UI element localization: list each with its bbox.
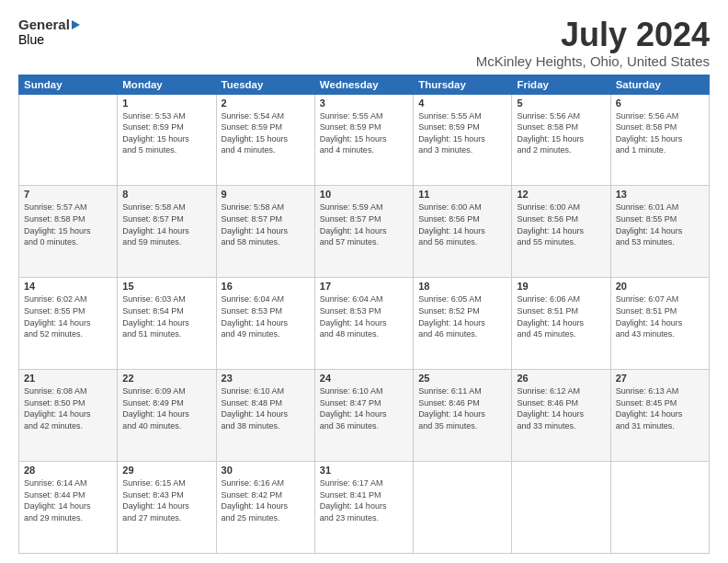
calendar-week-row: 1Sunrise: 5:53 AM Sunset: 8:59 PM Daylig…	[19, 94, 710, 186]
day-info: Sunrise: 6:15 AM Sunset: 8:43 PM Dayligh…	[122, 477, 210, 523]
calendar-cell: 23Sunrise: 6:10 AM Sunset: 8:48 PM Dayli…	[216, 370, 314, 462]
day-number: 22	[122, 373, 210, 384]
calendar-cell: 11Sunrise: 6:00 AM Sunset: 8:56 PM Dayli…	[414, 186, 512, 278]
day-number: 14	[24, 281, 112, 292]
calendar-cell: 4Sunrise: 5:55 AM Sunset: 8:59 PM Daylig…	[414, 94, 512, 186]
day-number: 10	[320, 189, 408, 200]
weekday-header-row: SundayMondayTuesdayWednesdayThursdayFrid…	[19, 75, 710, 94]
calendar-cell: 8Sunrise: 5:58 AM Sunset: 8:57 PM Daylig…	[118, 186, 216, 278]
day-info: Sunrise: 6:11 AM Sunset: 8:46 PM Dayligh…	[418, 385, 506, 431]
day-info: Sunrise: 5:56 AM Sunset: 8:58 PM Dayligh…	[616, 110, 704, 156]
day-info: Sunrise: 5:55 AM Sunset: 8:59 PM Dayligh…	[320, 110, 408, 156]
logo-line1: General	[18, 17, 80, 32]
day-info: Sunrise: 5:57 AM Sunset: 8:58 PM Dayligh…	[24, 201, 112, 247]
logo-arrow-icon	[72, 20, 80, 29]
day-info: Sunrise: 6:05 AM Sunset: 8:52 PM Dayligh…	[418, 293, 506, 339]
day-info: Sunrise: 6:13 AM Sunset: 8:45 PM Dayligh…	[616, 385, 704, 431]
logo-general-text: General	[18, 17, 70, 32]
calendar-cell: 18Sunrise: 6:05 AM Sunset: 8:52 PM Dayli…	[414, 278, 512, 370]
logo-line2: Blue	[18, 32, 80, 47]
day-info: Sunrise: 6:10 AM Sunset: 8:47 PM Dayligh…	[320, 385, 408, 431]
day-info: Sunrise: 5:53 AM Sunset: 8:59 PM Dayligh…	[122, 110, 210, 156]
day-info: Sunrise: 6:08 AM Sunset: 8:50 PM Dayligh…	[24, 385, 112, 431]
day-number: 18	[418, 281, 506, 292]
calendar-cell	[19, 94, 118, 186]
calendar-cell: 30Sunrise: 6:16 AM Sunset: 8:42 PM Dayli…	[216, 462, 314, 554]
weekday-header-tuesday: Tuesday	[216, 75, 314, 94]
day-info: Sunrise: 6:14 AM Sunset: 8:44 PM Dayligh…	[24, 477, 112, 523]
day-info: Sunrise: 6:06 AM Sunset: 8:51 PM Dayligh…	[517, 293, 605, 339]
calendar-cell	[512, 462, 610, 554]
day-number: 1	[122, 98, 210, 109]
day-number: 15	[122, 281, 210, 292]
calendar-cell: 12Sunrise: 6:00 AM Sunset: 8:56 PM Dayli…	[512, 186, 610, 278]
calendar-cell	[610, 462, 709, 554]
day-number: 8	[122, 189, 210, 200]
day-info: Sunrise: 6:00 AM Sunset: 8:56 PM Dayligh…	[418, 201, 506, 247]
title-block: July 2024 McKinley Heights, Ohio, United…	[476, 17, 710, 69]
day-number: 6	[616, 98, 704, 109]
day-info: Sunrise: 6:02 AM Sunset: 8:55 PM Dayligh…	[24, 293, 112, 339]
day-info: Sunrise: 6:16 AM Sunset: 8:42 PM Dayligh…	[222, 477, 310, 523]
day-number: 11	[418, 189, 506, 200]
calendar-table: SundayMondayTuesdayWednesdayThursdayFrid…	[18, 75, 710, 554]
day-number: 23	[222, 373, 310, 384]
day-number: 21	[24, 373, 112, 384]
calendar-cell: 28Sunrise: 6:14 AM Sunset: 8:44 PM Dayli…	[19, 462, 118, 554]
calendar-week-row: 14Sunrise: 6:02 AM Sunset: 8:55 PM Dayli…	[19, 278, 710, 370]
header: General Blue July 2024 McKinley Heights,…	[18, 17, 710, 69]
calendar-cell: 17Sunrise: 6:04 AM Sunset: 8:53 PM Dayli…	[314, 278, 413, 370]
calendar-week-row: 21Sunrise: 6:08 AM Sunset: 8:50 PM Dayli…	[19, 370, 710, 462]
calendar-cell: 24Sunrise: 6:10 AM Sunset: 8:47 PM Dayli…	[314, 370, 413, 462]
weekday-header-friday: Friday	[512, 75, 610, 94]
calendar-cell: 26Sunrise: 6:12 AM Sunset: 8:46 PM Dayli…	[512, 370, 610, 462]
day-number: 13	[616, 189, 704, 200]
day-info: Sunrise: 6:09 AM Sunset: 8:49 PM Dayligh…	[122, 385, 210, 431]
day-number: 4	[418, 98, 506, 109]
day-info: Sunrise: 6:04 AM Sunset: 8:53 PM Dayligh…	[320, 293, 408, 339]
calendar-cell: 29Sunrise: 6:15 AM Sunset: 8:43 PM Dayli…	[118, 462, 216, 554]
calendar-cell: 14Sunrise: 6:02 AM Sunset: 8:55 PM Dayli…	[19, 278, 118, 370]
calendar-cell: 7Sunrise: 5:57 AM Sunset: 8:58 PM Daylig…	[19, 186, 118, 278]
weekday-header-monday: Monday	[118, 75, 216, 94]
day-number: 28	[24, 465, 112, 476]
calendar-cell: 25Sunrise: 6:11 AM Sunset: 8:46 PM Dayli…	[414, 370, 512, 462]
day-number: 16	[222, 281, 310, 292]
day-info: Sunrise: 6:00 AM Sunset: 8:56 PM Dayligh…	[517, 201, 605, 247]
calendar-cell: 19Sunrise: 6:06 AM Sunset: 8:51 PM Dayli…	[512, 278, 610, 370]
day-info: Sunrise: 5:59 AM Sunset: 8:57 PM Dayligh…	[320, 201, 408, 247]
day-number: 25	[418, 373, 506, 384]
day-info: Sunrise: 6:10 AM Sunset: 8:48 PM Dayligh…	[222, 385, 310, 431]
day-number: 5	[517, 98, 605, 109]
calendar-cell: 6Sunrise: 5:56 AM Sunset: 8:58 PM Daylig…	[610, 94, 709, 186]
weekday-header-wednesday: Wednesday	[314, 75, 413, 94]
day-number: 3	[320, 98, 408, 109]
calendar-cell: 15Sunrise: 6:03 AM Sunset: 8:54 PM Dayli…	[118, 278, 216, 370]
day-number: 2	[222, 98, 310, 109]
calendar-cell: 10Sunrise: 5:59 AM Sunset: 8:57 PM Dayli…	[314, 186, 413, 278]
weekday-header-thursday: Thursday	[414, 75, 512, 94]
day-info: Sunrise: 5:54 AM Sunset: 8:59 PM Dayligh…	[222, 110, 310, 156]
calendar-cell: 2Sunrise: 5:54 AM Sunset: 8:59 PM Daylig…	[216, 94, 314, 186]
calendar-cell: 20Sunrise: 6:07 AM Sunset: 8:51 PM Dayli…	[610, 278, 709, 370]
calendar-week-row: 28Sunrise: 6:14 AM Sunset: 8:44 PM Dayli…	[19, 462, 710, 554]
calendar-cell	[414, 462, 512, 554]
calendar-cell: 22Sunrise: 6:09 AM Sunset: 8:49 PM Dayli…	[118, 370, 216, 462]
calendar-cell: 27Sunrise: 6:13 AM Sunset: 8:45 PM Dayli…	[610, 370, 709, 462]
page: General Blue July 2024 McKinley Heights,…	[0, 0, 728, 563]
weekday-header-saturday: Saturday	[610, 75, 709, 94]
day-info: Sunrise: 5:55 AM Sunset: 8:59 PM Dayligh…	[418, 110, 506, 156]
day-info: Sunrise: 6:04 AM Sunset: 8:53 PM Dayligh…	[222, 293, 310, 339]
day-info: Sunrise: 5:58 AM Sunset: 8:57 PM Dayligh…	[122, 201, 210, 247]
logo-blue-text: Blue	[18, 32, 44, 47]
day-number: 30	[222, 465, 310, 476]
day-number: 20	[616, 281, 704, 292]
month-title: July 2024	[476, 17, 710, 53]
calendar-cell: 21Sunrise: 6:08 AM Sunset: 8:50 PM Dayli…	[19, 370, 118, 462]
day-info: Sunrise: 6:03 AM Sunset: 8:54 PM Dayligh…	[122, 293, 210, 339]
day-number: 9	[222, 189, 310, 200]
day-number: 7	[24, 189, 112, 200]
day-info: Sunrise: 6:01 AM Sunset: 8:55 PM Dayligh…	[616, 201, 704, 247]
calendar-cell: 1Sunrise: 5:53 AM Sunset: 8:59 PM Daylig…	[118, 94, 216, 186]
day-number: 26	[517, 373, 605, 384]
